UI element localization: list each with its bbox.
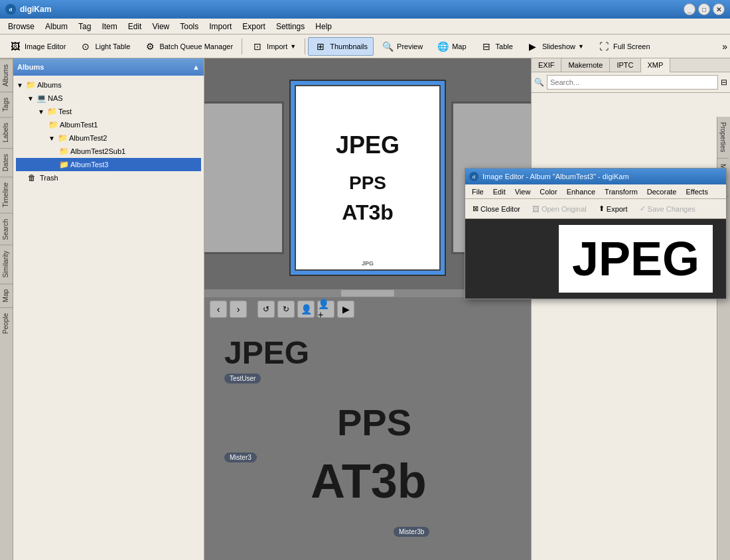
menu-tools[interactable]: Tools xyxy=(175,21,204,33)
tree-item-albumtest2[interactable]: ▼ 📁 AlbumTest2 xyxy=(16,131,201,145)
sidebar-tab-timeline[interactable]: Timeline xyxy=(0,176,13,212)
search-filter-icon[interactable]: ⊟ xyxy=(721,78,727,87)
popup-logo: d xyxy=(469,172,478,181)
tree-item-nas[interactable]: ▼ 💻 NAS xyxy=(16,92,201,105)
window-controls[interactable]: _ □ ✕ xyxy=(684,3,725,15)
menu-edit[interactable]: Edit xyxy=(123,21,147,33)
sidebar-tab-albums[interactable]: Albums xyxy=(0,58,13,92)
tab-makernote[interactable]: Makernote xyxy=(561,58,610,72)
search-input[interactable] xyxy=(547,75,718,90)
popup-menu-transform[interactable]: Transform xyxy=(601,187,642,196)
sidebar-tab-dates[interactable]: Dates xyxy=(0,148,13,176)
app-logo: d xyxy=(5,4,16,15)
album-panel-toggle[interactable]: ▲ xyxy=(192,63,200,71)
menu-view[interactable]: View xyxy=(147,21,175,33)
popup-title-bar: d Image Editor - Album "AlbumTest3" - di… xyxy=(465,169,726,184)
app-title: digiKam xyxy=(20,5,684,14)
menu-tag[interactable]: Tag xyxy=(73,21,96,33)
menu-album[interactable]: Album xyxy=(40,21,73,33)
tab-iptc[interactable]: IPTC xyxy=(610,58,640,72)
popup-menu-view[interactable]: View xyxy=(511,187,535,196)
right-tab-properties[interactable]: Properties xyxy=(717,117,729,159)
map-button[interactable]: 🌐 Map xyxy=(430,37,472,56)
menu-import[interactable]: Import xyxy=(204,21,237,33)
popup-menu-effects[interactable]: Effects xyxy=(682,187,711,196)
tree-item-test[interactable]: ▼ 📁 Test xyxy=(16,105,201,118)
map-icon: 🌐 xyxy=(436,40,449,53)
menu-export[interactable]: Export xyxy=(237,21,271,33)
menu-browse[interactable]: Browse xyxy=(3,21,40,33)
tree-arrow-albumtest2: ▼ xyxy=(48,134,56,142)
filmstrip-thumb-left[interactable] xyxy=(204,102,284,254)
add-person-button[interactable]: 👤+ xyxy=(317,301,334,318)
album-panel-header: Albums ▲ xyxy=(13,58,204,76)
close-editor-icon: ⊠ xyxy=(473,204,478,213)
toolbar-expand-button[interactable]: » xyxy=(722,41,727,52)
slideshow-button[interactable]: ▶ Slideshow ▼ xyxy=(520,37,590,56)
sidebar-tab-search[interactable]: Search xyxy=(0,213,13,245)
light-table-button[interactable]: ⊙ Light Table xyxy=(73,37,136,56)
fullscreen-button[interactable]: ⛶ Full Screen xyxy=(591,37,656,56)
thumbnails-button[interactable]: ⊞ Thumbnails xyxy=(308,37,374,56)
export-button[interactable]: ⬆ Export xyxy=(594,201,632,217)
batch-queue-icon: ⚙ xyxy=(143,40,157,53)
main-preview: ‹ › ↺ ↻ 👤 👤+ ▶ JPEG TestUser PPS Mister3… xyxy=(204,297,531,560)
popup-menu-file[interactable]: File xyxy=(468,187,488,196)
open-original-button: 🖼 Open Original xyxy=(528,201,591,217)
filmstrip-scroll-thumb[interactable] xyxy=(341,290,394,297)
import-button[interactable]: ⊡ Import ▼ xyxy=(245,37,302,56)
popup-menu-edit[interactable]: Edit xyxy=(489,187,510,196)
tree-item-albumtest2sub1[interactable]: 📁 AlbumTest2Sub1 xyxy=(16,145,201,158)
tree-item-albumtest3[interactable]: 📁 AlbumTest3 xyxy=(16,158,201,171)
main-layout: Albums Tags Labels Dates Timeline Search… xyxy=(0,58,730,560)
popup-menu: File Edit View Color Enhance Transform D… xyxy=(465,184,726,199)
trash-icon: 🗑 xyxy=(27,173,37,183)
minimize-button[interactable]: _ xyxy=(684,3,695,15)
preview-jpeg-text: JPEG xyxy=(224,334,309,371)
prev-button[interactable]: ‹ xyxy=(210,301,227,318)
next-button[interactable]: › xyxy=(230,301,247,318)
close-editor-button[interactable]: ⊠ Close Editor xyxy=(468,201,525,217)
sidebar-tab-tags[interactable]: Tags xyxy=(0,92,13,117)
image-editor-button[interactable]: 🖼 Image Editor xyxy=(3,37,72,56)
tree-item-trash[interactable]: 🗑 Trash xyxy=(16,171,201,184)
popup-toolbar: ⊠ Close Editor 🖼 Open Original ⬆ Export … xyxy=(465,199,726,219)
sidebar-tab-people[interactable]: People xyxy=(0,307,13,339)
popup-menu-enhance[interactable]: Enhance xyxy=(563,187,599,196)
right-panel: EXIF Makernote IPTC XMP 🔍 ⊟ Properties M… xyxy=(531,58,730,560)
fullscreen-icon: ⛶ xyxy=(597,40,611,53)
tree-item-albumtest1[interactable]: 📁 AlbumTest1 xyxy=(16,118,201,131)
light-table-icon: ⊙ xyxy=(79,40,92,53)
tab-xmp[interactable]: XMP xyxy=(641,58,671,72)
preview-button[interactable]: 🔍 Preview xyxy=(375,37,429,56)
popup-menu-decorate[interactable]: Decorate xyxy=(643,187,681,196)
menu-item[interactable]: Item xyxy=(96,21,122,33)
folder-icon-albumtest3: 📁 xyxy=(58,159,69,170)
search-icon: 🔍 xyxy=(534,78,544,87)
play-button[interactable]: ▶ xyxy=(337,301,354,318)
filmstrip-thumb-active[interactable]: JPEG PPS AT3b JPG xyxy=(289,80,446,276)
folder-icon-albumtest2sub1: 📁 xyxy=(58,146,69,157)
sidebar-tab-labels[interactable]: Labels xyxy=(0,117,13,147)
table-button[interactable]: ⊟ Table xyxy=(474,37,519,56)
menu-settings[interactable]: Settings xyxy=(271,21,310,33)
menu-help[interactable]: Help xyxy=(310,21,337,33)
sidebar-tab-map[interactable]: Map xyxy=(0,283,13,307)
sidebar-tab-similarity[interactable]: Similarity xyxy=(0,245,13,283)
batch-queue-button[interactable]: ⚙ Batch Queue Manager xyxy=(137,37,239,56)
title-bar: d digiKam _ □ ✕ xyxy=(0,0,730,19)
rotate-right-button[interactable]: ↻ xyxy=(277,301,295,318)
tree-arrow-albums: ▼ xyxy=(16,81,24,89)
tab-exif[interactable]: EXIF xyxy=(532,58,561,72)
face-tag-button[interactable]: 👤 xyxy=(297,301,315,318)
close-button[interactable]: ✕ xyxy=(713,3,725,15)
slideshow-icon: ▶ xyxy=(526,40,540,53)
popup-menu-color[interactable]: Color xyxy=(536,187,561,196)
maximize-button[interactable]: □ xyxy=(698,3,710,15)
image-editor-popup: d Image Editor - Album "AlbumTest3" - di… xyxy=(465,168,727,299)
rotate-left-button[interactable]: ↺ xyxy=(257,301,275,318)
popup-title: Image Editor - Album "AlbumTest3" - digi… xyxy=(482,173,629,180)
thumb-jpeg-label: JPEG xyxy=(336,131,400,159)
tree-item-albums-root[interactable]: ▼ 📁 Albums xyxy=(16,78,201,92)
right-panel-content xyxy=(532,93,730,560)
